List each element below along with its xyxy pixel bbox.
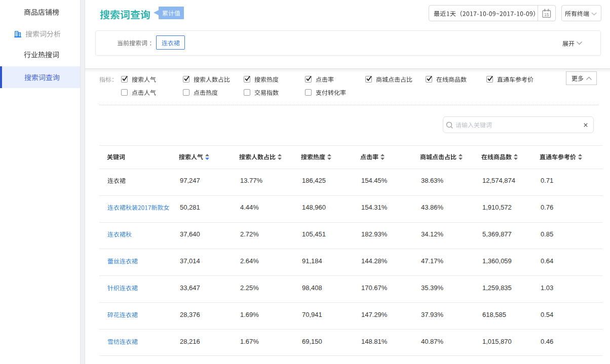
svg-text:15: 15 bbox=[544, 12, 549, 17]
